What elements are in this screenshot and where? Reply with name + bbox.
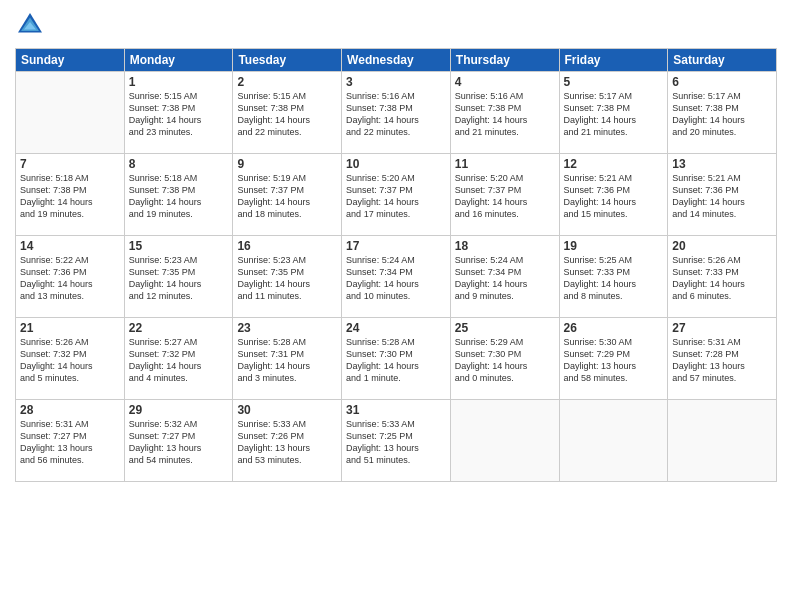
header-wednesday: Wednesday [342,49,451,72]
day-info: Sunrise: 5:23 AM Sunset: 7:35 PM Dayligh… [237,254,337,303]
day-number: 22 [129,321,229,335]
day-cell: 22Sunrise: 5:27 AM Sunset: 7:32 PM Dayli… [124,318,233,400]
day-cell: 28Sunrise: 5:31 AM Sunset: 7:27 PM Dayli… [16,400,125,482]
day-cell: 7Sunrise: 5:18 AM Sunset: 7:38 PM Daylig… [16,154,125,236]
logo-icon [15,10,45,40]
day-cell: 2Sunrise: 5:15 AM Sunset: 7:38 PM Daylig… [233,72,342,154]
day-info: Sunrise: 5:33 AM Sunset: 7:26 PM Dayligh… [237,418,337,467]
day-number: 7 [20,157,120,171]
day-number: 3 [346,75,446,89]
logo [15,10,49,40]
day-info: Sunrise: 5:22 AM Sunset: 7:36 PM Dayligh… [20,254,120,303]
calendar-header-row: SundayMondayTuesdayWednesdayThursdayFrid… [16,49,777,72]
week-row-4: 28Sunrise: 5:31 AM Sunset: 7:27 PM Dayli… [16,400,777,482]
calendar-table: SundayMondayTuesdayWednesdayThursdayFrid… [15,48,777,482]
day-cell: 16Sunrise: 5:23 AM Sunset: 7:35 PM Dayli… [233,236,342,318]
day-info: Sunrise: 5:29 AM Sunset: 7:30 PM Dayligh… [455,336,555,385]
day-cell: 13Sunrise: 5:21 AM Sunset: 7:36 PM Dayli… [668,154,777,236]
day-cell: 24Sunrise: 5:28 AM Sunset: 7:30 PM Dayli… [342,318,451,400]
day-info: Sunrise: 5:18 AM Sunset: 7:38 PM Dayligh… [129,172,229,221]
day-cell: 17Sunrise: 5:24 AM Sunset: 7:34 PM Dayli… [342,236,451,318]
day-info: Sunrise: 5:24 AM Sunset: 7:34 PM Dayligh… [346,254,446,303]
day-number: 8 [129,157,229,171]
day-number: 13 [672,157,772,171]
day-number: 1 [129,75,229,89]
day-cell: 30Sunrise: 5:33 AM Sunset: 7:26 PM Dayli… [233,400,342,482]
day-info: Sunrise: 5:21 AM Sunset: 7:36 PM Dayligh… [564,172,664,221]
day-info: Sunrise: 5:23 AM Sunset: 7:35 PM Dayligh… [129,254,229,303]
day-cell: 4Sunrise: 5:16 AM Sunset: 7:38 PM Daylig… [450,72,559,154]
day-cell: 21Sunrise: 5:26 AM Sunset: 7:32 PM Dayli… [16,318,125,400]
day-info: Sunrise: 5:15 AM Sunset: 7:38 PM Dayligh… [237,90,337,139]
day-info: Sunrise: 5:16 AM Sunset: 7:38 PM Dayligh… [346,90,446,139]
day-info: Sunrise: 5:33 AM Sunset: 7:25 PM Dayligh… [346,418,446,467]
day-number: 10 [346,157,446,171]
day-info: Sunrise: 5:26 AM Sunset: 7:32 PM Dayligh… [20,336,120,385]
day-cell: 6Sunrise: 5:17 AM Sunset: 7:38 PM Daylig… [668,72,777,154]
day-number: 28 [20,403,120,417]
day-info: Sunrise: 5:27 AM Sunset: 7:32 PM Dayligh… [129,336,229,385]
day-info: Sunrise: 5:24 AM Sunset: 7:34 PM Dayligh… [455,254,555,303]
day-number: 12 [564,157,664,171]
day-number: 9 [237,157,337,171]
day-cell: 20Sunrise: 5:26 AM Sunset: 7:33 PM Dayli… [668,236,777,318]
day-number: 20 [672,239,772,253]
day-cell: 14Sunrise: 5:22 AM Sunset: 7:36 PM Dayli… [16,236,125,318]
day-cell: 27Sunrise: 5:31 AM Sunset: 7:28 PM Dayli… [668,318,777,400]
day-cell: 31Sunrise: 5:33 AM Sunset: 7:25 PM Dayli… [342,400,451,482]
day-number: 30 [237,403,337,417]
day-cell [16,72,125,154]
day-info: Sunrise: 5:16 AM Sunset: 7:38 PM Dayligh… [455,90,555,139]
day-cell: 25Sunrise: 5:29 AM Sunset: 7:30 PM Dayli… [450,318,559,400]
day-cell [450,400,559,482]
day-number: 24 [346,321,446,335]
day-number: 4 [455,75,555,89]
day-number: 18 [455,239,555,253]
day-info: Sunrise: 5:28 AM Sunset: 7:30 PM Dayligh… [346,336,446,385]
day-number: 15 [129,239,229,253]
day-info: Sunrise: 5:25 AM Sunset: 7:33 PM Dayligh… [564,254,664,303]
day-number: 23 [237,321,337,335]
day-number: 6 [672,75,772,89]
day-info: Sunrise: 5:26 AM Sunset: 7:33 PM Dayligh… [672,254,772,303]
week-row-0: 1Sunrise: 5:15 AM Sunset: 7:38 PM Daylig… [16,72,777,154]
header-thursday: Thursday [450,49,559,72]
header-tuesday: Tuesday [233,49,342,72]
day-number: 11 [455,157,555,171]
header-sunday: Sunday [16,49,125,72]
day-info: Sunrise: 5:31 AM Sunset: 7:28 PM Dayligh… [672,336,772,385]
day-cell: 26Sunrise: 5:30 AM Sunset: 7:29 PM Dayli… [559,318,668,400]
day-info: Sunrise: 5:21 AM Sunset: 7:36 PM Dayligh… [672,172,772,221]
day-info: Sunrise: 5:17 AM Sunset: 7:38 PM Dayligh… [672,90,772,139]
day-number: 2 [237,75,337,89]
day-number: 19 [564,239,664,253]
day-cell: 9Sunrise: 5:19 AM Sunset: 7:37 PM Daylig… [233,154,342,236]
day-cell: 29Sunrise: 5:32 AM Sunset: 7:27 PM Dayli… [124,400,233,482]
day-number: 21 [20,321,120,335]
day-cell: 18Sunrise: 5:24 AM Sunset: 7:34 PM Dayli… [450,236,559,318]
day-number: 29 [129,403,229,417]
day-cell: 12Sunrise: 5:21 AM Sunset: 7:36 PM Dayli… [559,154,668,236]
header-saturday: Saturday [668,49,777,72]
day-number: 27 [672,321,772,335]
day-info: Sunrise: 5:20 AM Sunset: 7:37 PM Dayligh… [346,172,446,221]
day-cell: 3Sunrise: 5:16 AM Sunset: 7:38 PM Daylig… [342,72,451,154]
day-number: 26 [564,321,664,335]
day-info: Sunrise: 5:18 AM Sunset: 7:38 PM Dayligh… [20,172,120,221]
day-cell: 19Sunrise: 5:25 AM Sunset: 7:33 PM Dayli… [559,236,668,318]
day-info: Sunrise: 5:32 AM Sunset: 7:27 PM Dayligh… [129,418,229,467]
day-info: Sunrise: 5:28 AM Sunset: 7:31 PM Dayligh… [237,336,337,385]
header-monday: Monday [124,49,233,72]
day-info: Sunrise: 5:20 AM Sunset: 7:37 PM Dayligh… [455,172,555,221]
day-info: Sunrise: 5:31 AM Sunset: 7:27 PM Dayligh… [20,418,120,467]
day-cell: 5Sunrise: 5:17 AM Sunset: 7:38 PM Daylig… [559,72,668,154]
week-row-1: 7Sunrise: 5:18 AM Sunset: 7:38 PM Daylig… [16,154,777,236]
day-cell [559,400,668,482]
header-friday: Friday [559,49,668,72]
day-info: Sunrise: 5:15 AM Sunset: 7:38 PM Dayligh… [129,90,229,139]
day-cell: 23Sunrise: 5:28 AM Sunset: 7:31 PM Dayli… [233,318,342,400]
day-cell: 11Sunrise: 5:20 AM Sunset: 7:37 PM Dayli… [450,154,559,236]
week-row-3: 21Sunrise: 5:26 AM Sunset: 7:32 PM Dayli… [16,318,777,400]
day-number: 25 [455,321,555,335]
day-cell: 8Sunrise: 5:18 AM Sunset: 7:38 PM Daylig… [124,154,233,236]
